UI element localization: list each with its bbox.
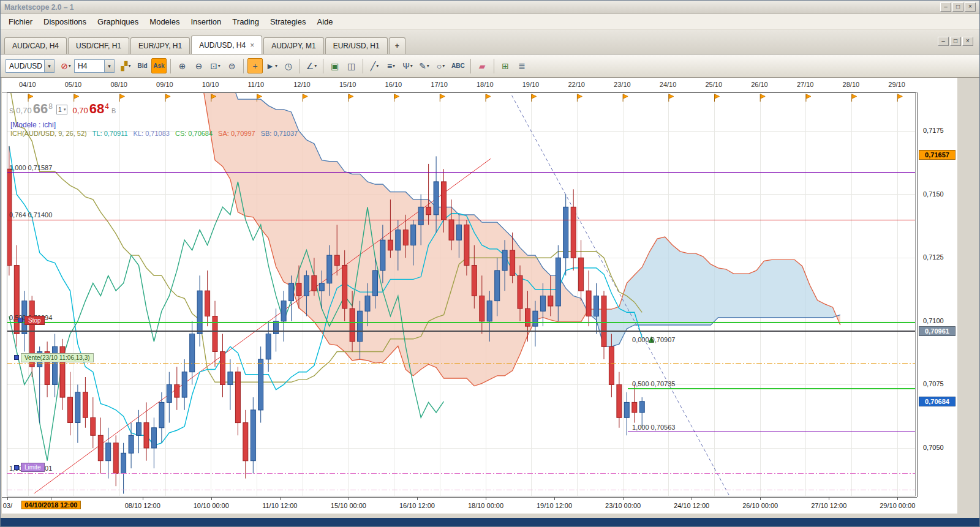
date-axis-label: 22/10 [568,81,585,88]
list-button[interactable]: ≣ [514,58,530,73]
menu-item-strategies[interactable]: Strategies [265,15,312,29]
eraser-button[interactable]: ▰ [475,58,490,73]
minimize-button[interactable]: – [938,37,949,46]
chart-region: 04/1005/1008/1009/1010/1011/1012/1015/10… [2,78,957,514]
tab-label: AUD/USD, H4 [199,41,246,54]
time-axis-label: 29/10 00:00 [880,502,915,509]
tab-eur-jpy-h1[interactable]: EUR/JPY, H1 [130,37,190,54]
document-window-controls: –□× [938,37,973,46]
snapshot-icon: ▣ [331,61,339,71]
text-tool-button[interactable]: ABC [450,58,467,73]
minimize-button[interactable]: – [940,2,951,12]
order-handle-icon [14,355,19,360]
trendline-tool-icon: ╱ [371,61,375,71]
order-text: Vente(23/10 11:06,13,3) [21,353,94,362]
time-axis-tick [554,498,555,500]
strategy-icon: ⊞ [502,61,509,71]
snapshot-button[interactable]: ▣ [327,58,342,73]
tab-eur-usd-h1[interactable]: EUR/USD, H1 [325,37,388,54]
order-handle-icon [18,318,23,323]
price-axis-badge: 0,71657 [919,150,956,160]
menu-item-modeles[interactable]: Modeles [144,15,185,29]
price-axis-badge: 0,70684 [919,397,956,406]
zoom-in-button[interactable]: ⊕ [175,58,190,73]
new-tab-button[interactable]: + [389,37,405,54]
price-edit-icon: ⊘ [61,61,68,71]
time-axis-tick [143,498,143,500]
tab-label: AUD/CAD, H4 [12,42,59,54]
title-bar[interactable]: Marketscope 2.0 – 1 –□× [1,1,979,14]
menu-item-trading[interactable]: Trading [227,15,265,29]
chart-type-button[interactable]: ▞▾ [118,58,134,73]
trendline-tool-button[interactable]: ╱▾ [367,58,382,73]
date-axis-label: 16/10 [385,81,402,88]
order-label-limite[interactable]: Limite [14,463,45,472]
time-axis-label: 16/10 12:00 [399,502,435,509]
date-axis[interactable]: 04/1005/1008/1009/1010/1011/1012/1015/10… [2,78,917,92]
crosshair-button[interactable]: + [247,58,263,73]
time-axis-label: 15/10 00:00 [331,502,366,509]
chevron-down-icon: ▾ [104,60,114,72]
price-chart[interactable] [7,92,916,496]
time-axis-label: 24/10 12:00 [674,502,709,509]
time-axis-label: 18/10 00:00 [468,502,503,509]
time-axis-label: 04/10/2018 12:00 [21,501,80,509]
pointer-icon: ► [266,61,274,71]
bid-icon: Bid [137,62,147,69]
date-axis-label: 15/10 [339,81,356,88]
pitchfork-tool-icon: Ψ [402,61,410,71]
maximize-button[interactable]: □ [950,37,961,46]
menu-bar: FichierDispositionsGraphiquesModelesInse… [1,14,979,30]
shape-tool-button[interactable]: ○▾ [433,58,448,73]
time-axis-tick [417,498,418,500]
price-axis-label: 0,7125 [923,253,944,261]
toolbar-separator [170,59,171,73]
list-icon: ≣ [518,61,526,71]
measure-button[interactable]: ∠▾ [304,58,319,73]
close-button[interactable]: × [962,37,973,46]
price-axis[interactable]: 0,71750,71500,71250,71000,70750,70500,71… [917,92,957,497]
periods-clock-button[interactable]: ◷ [281,58,296,73]
period-select[interactable]: H4▾ [74,59,115,73]
chevron-down-icon: ▾ [393,63,395,69]
toolbar-separator [243,59,244,73]
menu-item-dispositions[interactable]: Dispositions [38,15,92,29]
tab-label: EUR/JPY, H1 [138,42,182,54]
window-controls: –□× [940,2,976,12]
zoom-range-button[interactable]: ⊡▾ [208,58,223,73]
price-edit-button[interactable]: ⊘▾ [58,58,74,73]
freehand-tool-button[interactable]: ✎▾ [417,58,432,73]
bid-button[interactable]: Bid [135,58,150,73]
time-axis-tick [51,498,51,500]
toolbar-separator [363,59,363,73]
tab-usd-chf-h1[interactable]: USD/CHF, H1 [68,37,129,54]
close-button[interactable]: × [965,2,976,12]
tab-aud-cad-h4[interactable]: AUD/CAD, H4 [4,37,67,54]
date-axis-label: 18/10 [477,81,494,88]
chart-type-icon: ▞ [121,61,128,71]
menu-item-aide[interactable]: Aide [312,15,339,29]
time-axis-tick [760,498,761,500]
tab-aud-usd-h4[interactable]: AUD/USD, H4× [191,36,262,54]
zoom-auto-button[interactable]: ⊜ [224,58,239,73]
pointer-button[interactable]: ►▾ [264,58,279,73]
ask-button[interactable]: Ask [151,58,167,73]
menu-item-fichier[interactable]: Fichier [3,15,38,29]
instrument-select[interactable]: AUD/USD▾ [6,59,55,73]
maximize-button[interactable]: □ [952,2,963,12]
menu-item-insertion[interactable]: Insertion [185,15,227,29]
close-tab-icon[interactable]: × [250,41,254,54]
order-label-vente[interactable]: Vente(23/10 11:06,13,3) [14,353,94,362]
zoom-out-button[interactable]: ⊖ [191,58,206,73]
instrument-select-value: AUD/USD [6,62,44,70]
menu-item-graphiques[interactable]: Graphiques [92,15,144,29]
time-axis[interactable]: 03/04/10/2018 12:0008/10 12:0010/10 00:0… [2,497,917,513]
pitchfork-tool-button[interactable]: Ψ▾ [400,58,415,73]
hline-tool-button[interactable]: ≡▾ [383,58,399,73]
windows-button[interactable]: ◫ [344,58,359,73]
strategy-button[interactable]: ⊞ [498,58,513,73]
tab-aud-jpy-m1[interactable]: AUD/JPY, M1 [263,37,323,54]
eraser-icon: ▰ [479,61,486,71]
order-label-stop[interactable]: Stop [18,316,45,325]
toolbar: AUD/USD▾⊘▾H4▾▞▾BidAsk⊕⊖⊡▾⊜+►▾◷∠▾▣◫╱▾≡▾Ψ▾… [1,54,979,78]
